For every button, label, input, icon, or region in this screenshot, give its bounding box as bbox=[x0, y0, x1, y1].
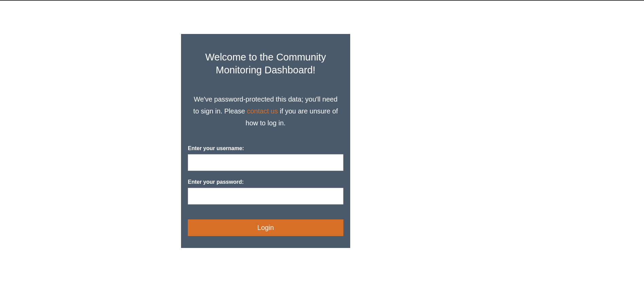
contact-us-link[interactable]: contact us bbox=[247, 107, 278, 115]
username-group: Enter your username: bbox=[188, 145, 343, 171]
login-description: We've password-protected this data; you'… bbox=[188, 93, 343, 129]
login-button[interactable]: Login bbox=[188, 219, 343, 236]
password-label: Enter your password: bbox=[188, 179, 343, 185]
login-title: Welcome to the Community Monitoring Dash… bbox=[188, 51, 343, 76]
password-group: Enter your password: bbox=[188, 179, 343, 204]
password-input[interactable] bbox=[188, 188, 343, 204]
username-label: Enter your username: bbox=[188, 145, 343, 151]
login-panel: Welcome to the Community Monitoring Dash… bbox=[181, 34, 350, 248]
username-input[interactable] bbox=[188, 154, 343, 171]
